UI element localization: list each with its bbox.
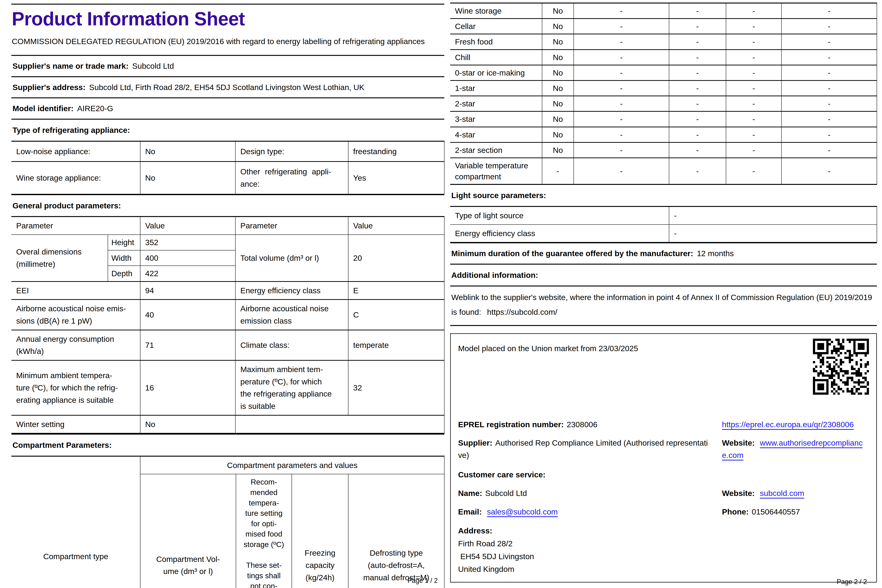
value-cell: - (726, 96, 782, 111)
value-cell: 32 (348, 360, 444, 415)
value-cell: - (782, 127, 877, 142)
eprel-link[interactable]: https://eprel.ec.europa.eu/qr/2308006 (722, 420, 854, 429)
value-cell: - (669, 206, 877, 224)
span-header-cell: Compartment parameters and values (140, 456, 444, 474)
table-row: 1-star No - - - - (450, 81, 877, 96)
compartment-type-cell: 3-star (450, 111, 542, 127)
care-phone: Phone:01506440557 (722, 506, 869, 518)
value-cell: - (669, 34, 726, 50)
table-row: Wine storage No - - - - (450, 3, 877, 19)
value-cell: - (669, 50, 726, 65)
model-identifier-label: Model identifier: (12, 104, 74, 113)
eprel-registration: EPREL registration number:2308006 (458, 418, 709, 431)
compartment-type-cell: 2-star (450, 96, 542, 111)
freezing-header-cell: Freezing capacity (kg/24h) (292, 474, 348, 588)
value-cell: freestanding (348, 141, 444, 162)
value-cell: 71 (140, 330, 236, 360)
table-row: Variable temperature compartment - - - -… (450, 158, 877, 184)
value-cell: - (726, 158, 782, 184)
table-header-row: Parameter Value Parameter Value (11, 217, 444, 235)
value-cell: - (782, 65, 877, 81)
dimensions-label-cell: Overal dimensions (millimetre) (11, 235, 108, 282)
page-title: Product Information Sheet (12, 8, 444, 30)
name-website-row: Name:Subcold Ltd Website: subcold.com (458, 487, 869, 500)
present-cell: No (542, 127, 574, 142)
light-section-heading: Light source parameters: (450, 185, 877, 206)
value-cell: 94 (140, 282, 236, 300)
care-website-link[interactable]: subcold.com (760, 489, 804, 498)
appliance-type-table: Low-noise appliance: No Design type: fre… (11, 141, 444, 194)
value-cell: - (782, 81, 877, 96)
table-row: Winter setting No (11, 415, 444, 434)
total-volume-label-cell: Total volume (dm³ or l) (236, 235, 348, 282)
present-cell: No (542, 50, 574, 65)
value-cell: - (574, 127, 669, 142)
phone-label: Phone: (722, 507, 749, 516)
value-cell: - (574, 158, 669, 184)
value-cell: - (574, 65, 669, 81)
eprel-value: 2308006 (567, 420, 597, 429)
care-email-link[interactable]: sales@subcold.com (487, 507, 558, 516)
value-cell: - (669, 18, 726, 34)
value-cell: - (669, 65, 726, 81)
param-cell: Airborne acoustical noise emis- sions (d… (11, 300, 140, 330)
value-cell: - (574, 34, 669, 50)
supplier-address-label: Supplier's address: (12, 83, 86, 92)
param-cell: Minimum ambient tempera- ture (ºC), for … (11, 360, 140, 415)
table-row: Fresh food No - - - - (450, 34, 877, 50)
param-cell: Energy efficiency class (236, 282, 348, 300)
value-cell: - (726, 3, 782, 19)
compartment-type-cell: 1-star (450, 81, 542, 96)
value-cell: - (726, 81, 782, 96)
param-cell: Other refrigerating appli- ance: (236, 162, 348, 194)
param-cell: Energy efficiency class (450, 225, 669, 242)
width-label-cell: Width (108, 250, 140, 266)
depth-label-cell: Depth (108, 266, 140, 282)
table-row: Cellar No - - - - (450, 18, 877, 34)
table-row: 2-star section No - - - - (450, 142, 877, 158)
table-row: Wine storage appliance: No Other refrige… (11, 162, 444, 194)
compartment-type-cell: Wine storage (450, 3, 542, 19)
value-cell: - (782, 50, 877, 65)
value-cell: - (782, 3, 877, 19)
param-cell: Airborne acoustical noise emission class (236, 300, 348, 330)
param-cell: Maximum ambient tem- perature (ºC), for … (236, 360, 348, 415)
table-row: 2-star No - - - - (450, 96, 877, 111)
compartment-type-cell: Fresh food (450, 34, 542, 50)
supplier-address-value: Subcold Ltd, Firth Road 28/2, EH54 5DJ S… (89, 83, 364, 92)
value-cell: - (669, 225, 877, 242)
market-row: Model placed on the Union market from 23… (458, 339, 869, 412)
website-label: Website: (722, 489, 754, 498)
value-cell: - (669, 3, 726, 19)
supplier-address-row: Supplier's address:Subcold Ltd, Firth Ro… (11, 76, 444, 98)
volume-header-cell: Compartment Vol- ume (dm³ or l) (140, 474, 236, 588)
eprel-info-box: Model placed on the Union market from 23… (450, 333, 877, 582)
qr-code (813, 339, 869, 395)
value-cell: - (726, 65, 782, 81)
present-cell: No (542, 34, 574, 50)
customer-care-heading: Customer care service: (458, 469, 869, 481)
depth-value-cell: 422 (140, 266, 236, 282)
compartment-type-cell: Cellar (450, 18, 542, 34)
value-cell: - (669, 158, 726, 184)
page-2: Wine storage No - - - - Cellar No - - - … (450, 3, 877, 582)
weblink-row: Weblink to the supplier's website, where… (450, 285, 877, 326)
empty-cell (236, 415, 444, 434)
value-cell: temperate (348, 330, 444, 360)
value-cell: - (669, 127, 726, 142)
header-cell: Parameter (236, 217, 348, 235)
defrost-header-cell: Defrosting type (auto-defrost=A, manual … (348, 474, 444, 588)
param-cell: EEI (11, 282, 140, 300)
care-name: Name:Subcold Ltd (458, 487, 709, 500)
care-email: Email: sales@subcold.com (458, 506, 709, 518)
value-cell: - (782, 142, 877, 158)
compartment-type-cell: 0-star or ice-making (450, 65, 542, 81)
value-cell: - (574, 142, 669, 158)
care-website: Website: subcold.com (722, 487, 869, 500)
value-cell: - (574, 81, 669, 96)
authorised-rep: Supplier:Authorised Rep Compliance Limit… (458, 437, 709, 461)
value-cell: 16 (140, 360, 236, 415)
table-row: Energy efficiency class - (450, 225, 877, 242)
eprel-label: EPREL registration number: (458, 420, 564, 429)
compartment-type-cell: 4-star (450, 127, 542, 142)
